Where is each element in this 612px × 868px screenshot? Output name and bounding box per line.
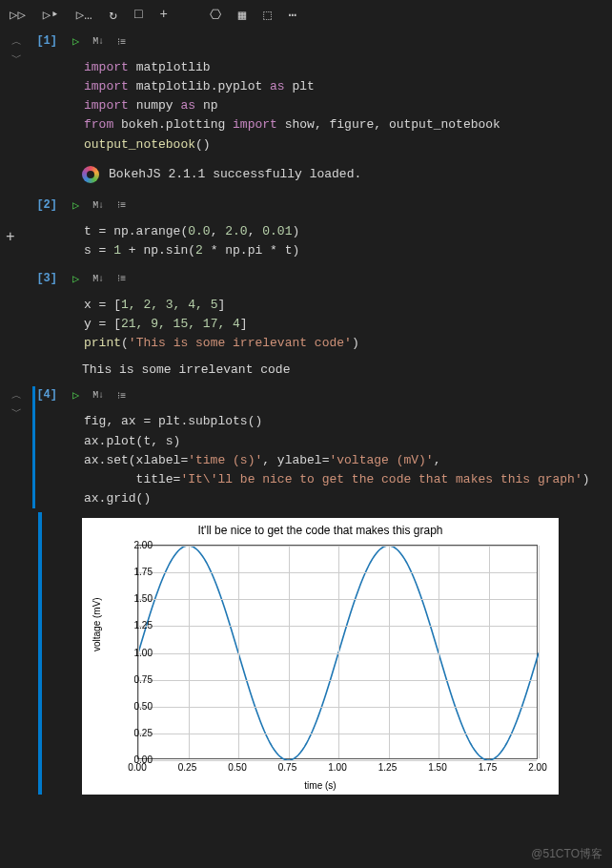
cell-2[interactable]: [2] ▷ M↓ ⁝≡ t = np.arange(0.0, 2.0, 0.01… [0,196,612,264]
run-cell-icon[interactable]: ▷ [72,272,79,286]
y-tick: 2.00 [134,540,153,550]
active-cell-marker [32,386,35,508]
cell-3[interactable]: [3] ▷ M↓ ⁝≡ x = [1, 2, 3, 4, 5] y = [21,… [0,270,612,381]
notebook-toolbar: ▷▷ ▷‣ ▷… ↻ □ + ⎔ ▦ ⬚ ⋯ [0,0,612,29]
add-cell-icon[interactable]: + [159,7,167,22]
output-text: BokehJS 2.1.1 successfully loaded. [109,167,361,181]
y-tick: 0.25 [134,727,153,737]
y-tick: 0.75 [134,673,153,684]
x-axis-label: time (s) [304,780,336,791]
exec-count: [1] [32,32,61,48]
exec-count: [3] [32,270,61,285]
plot-area [137,545,538,759]
collapse-down-icon[interactable]: ﹀ [11,51,22,65]
x-tick: 1.50 [428,762,446,773]
code-editor[interactable]: t = np.arange(0.0, 2.0, 0.01) s = 1 + np… [61,218,606,264]
cell-output: This is some irrelevant code [61,357,606,381]
cell-menu-icon[interactable]: ⁝≡ [117,390,126,402]
exec-count: [2] [32,196,61,212]
collapse-down-icon[interactable]: ﹀ [11,404,22,419]
run-below-icon[interactable]: ▷… [76,7,92,23]
x-tick: 2.00 [528,762,546,773]
run-next-icon[interactable]: ▷‣ [43,7,59,23]
cell-toolbar: ▷ M↓ ⁝≡ [61,270,606,292]
run-all-icon[interactable]: ▷▷ [10,7,26,23]
chart-title: It'll be nice to get the code that makes… [82,518,559,537]
run-cell-icon[interactable]: ▷ [72,198,79,213]
y-tick: 0.50 [134,700,153,711]
cell-1[interactable]: ︿ ﹀ [1] ▷ M↓ ⁝≡ import matplotlib import… [0,32,612,187]
notebook-body: ︿ ﹀ [1] ▷ M↓ ⁝≡ import matplotlib import… [0,29,612,795]
x-tick: 1.00 [328,762,346,773]
more-icon[interactable]: ⋯ [289,7,296,23]
cell-output: BokehJS 2.1.1 successfully loaded. [61,158,606,187]
cell-menu-icon[interactable]: ⁝≡ [117,36,126,48]
output-marker [38,512,42,795]
x-tick: 0.50 [228,762,246,773]
restart-icon[interactable]: ↻ [110,7,117,23]
code-editor[interactable]: fig, ax = plt.subplots() ax.plot(t, s) a… [61,408,606,512]
stop-icon[interactable]: □ [134,7,142,22]
markdown-toggle[interactable]: M↓ [92,274,104,284]
x-tick: 1.25 [378,762,397,773]
markdown-toggle[interactable]: M↓ [92,390,104,401]
cell-toolbar: ▷ M↓ ⁝≡ [61,386,606,408]
x-tick: 0.75 [278,762,296,773]
cell-gutter: ︿ ﹀ [0,32,32,65]
watermark: @51CTO博客 [531,846,602,862]
x-tick: 0.25 [178,762,196,773]
y-tick: 0.00 [134,754,153,765]
collapse-up-icon[interactable]: ︿ [11,388,22,403]
bokeh-logo-icon [82,166,99,183]
exec-count: [4] [32,386,61,402]
code-editor[interactable]: import matplotlib import matplotlib.pypl… [61,54,606,158]
cell-menu-icon[interactable]: ⁝≡ [117,199,126,211]
cell-toolbar: ▷ M↓ ⁝≡ [61,32,606,54]
cell-4[interactable]: ︿ ﹀ [4] ▷ M↓ ⁝≡ fig, ax = plt.subplots()… [0,386,612,795]
chart-output: It'll be nice to get the code that makes… [82,518,559,795]
export-icon[interactable]: ⬚ [263,7,271,23]
grid-icon[interactable]: ▦ [238,7,246,23]
y-tick: 1.75 [134,567,153,577]
collapse-up-icon[interactable]: ︿ [11,34,22,49]
y-tick: 1.00 [134,647,153,657]
cell-gutter: ︿ ﹀ [0,386,32,419]
markdown-toggle[interactable]: M↓ [92,36,104,47]
cell-menu-icon[interactable]: ⁝≡ [117,273,126,284]
variables-icon[interactable]: ⎔ [210,7,221,23]
code-editor[interactable]: x = [1, 2, 3, 4, 5] y = [21, 9, 15, 17, … [61,292,606,357]
run-cell-icon[interactable]: ▷ [72,34,79,49]
run-cell-icon[interactable]: ▷ [72,388,79,403]
y-axis-label: voltage (mV) [92,597,102,651]
x-tick: 1.75 [479,762,497,773]
cell-toolbar: ▷ M↓ ⁝≡ [61,196,606,218]
y-tick: 1.25 [134,620,153,630]
markdown-toggle[interactable]: M↓ [92,200,104,211]
y-tick: 1.50 [134,593,153,604]
